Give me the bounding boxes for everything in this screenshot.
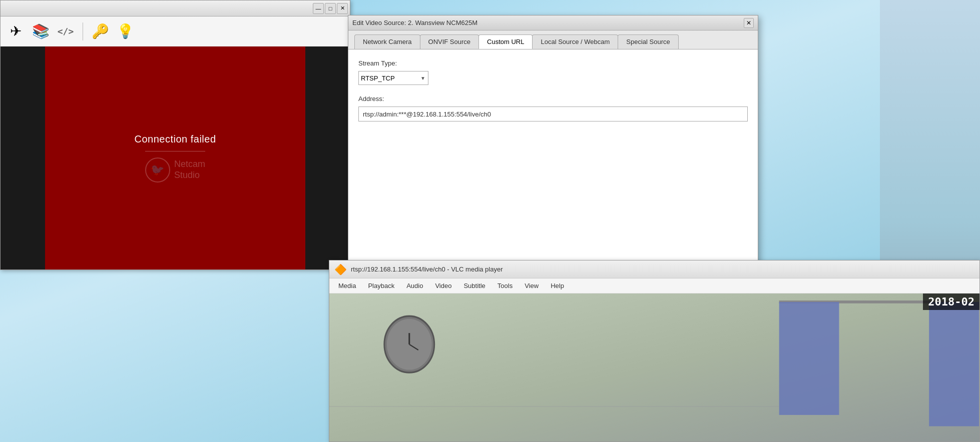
vlc-menu-audio[interactable]: Audio	[401, 280, 428, 292]
toolbar-divider	[83, 22, 83, 40]
dialog-body: Stream Type: RTSP_TCP RTSP_UDP HTTP HTTP…	[348, 50, 758, 264]
tab-onvif-source[interactable]: ONVIF Source	[420, 34, 479, 49]
tab-network-camera[interactable]: Network Camera	[354, 34, 420, 49]
vlc-menu-media[interactable]: Media	[333, 280, 361, 292]
vlc-menu-video[interactable]: Video	[430, 280, 456, 292]
vlc-icon: 🔶	[334, 264, 347, 276]
dialog-titlebar: Edit Video Source: 2. Wansview NCM625M ✕	[348, 16, 758, 30]
stream-type-row: RTSP_TCP RTSP_UDP HTTP HTTPS ▼	[358, 71, 748, 85]
edit-video-source-dialog: Edit Video Source: 2. Wansview NCM625M ✕…	[348, 15, 758, 265]
vlc-menu-subtitle[interactable]: Subtitle	[458, 280, 490, 292]
address-input[interactable]	[358, 106, 748, 122]
stream-type-select[interactable]: RTSP_TCP RTSP_UDP HTTP HTTPS	[358, 71, 428, 85]
dialog-close-button[interactable]: ✕	[744, 18, 754, 28]
vlc-video-area: 2018-02	[329, 294, 979, 442]
maximize-button[interactable]: □	[325, 3, 336, 14]
vlc-title-text: rtsp://192.168.1.155:554/live/ch0 - VLC …	[351, 266, 974, 273]
minimize-button[interactable]: —	[313, 3, 324, 14]
svg-rect-8	[929, 302, 979, 426]
timestamp-overlay: 2018-02	[923, 294, 979, 310]
tab-custom-url[interactable]: Custom URL	[478, 34, 533, 49]
lightbulb-icon[interactable]: 💡	[115, 20, 135, 42]
close-button[interactable]: ✕	[337, 3, 348, 14]
netcam-logo-icon: 🐦	[145, 158, 170, 182]
connection-failed-area: Connection failed 🐦 Netcam Studio	[45, 46, 305, 270]
tab-local-source-webcam[interactable]: Local Source / Webcam	[532, 34, 618, 49]
svg-rect-1	[329, 294, 979, 442]
vlc-titlebar: 🔶 rtsp://192.168.1.155:554/live/ch0 - VL…	[329, 260, 979, 278]
netcam-titlebar: — □ ✕	[1, 0, 350, 16]
stream-type-select-wrapper: RTSP_TCP RTSP_UDP HTTP HTTPS ▼	[358, 71, 428, 85]
netcam-studio-window: — □ ✕ ✈ 📚 </> 🔑 💡 Connection failed 🐦 Ne…	[0, 0, 350, 270]
netcam-logo: 🐦 Netcam Studio	[145, 158, 205, 182]
vlc-menu-tools[interactable]: Tools	[493, 280, 518, 292]
stream-type-label: Stream Type:	[358, 60, 748, 67]
netcam-logo-text: Netcam Studio	[174, 159, 205, 180]
books-icon[interactable]: 📚	[31, 20, 51, 42]
send-icon[interactable]: ✈	[6, 20, 26, 42]
vlc-window: 🔶 rtsp://192.168.1.155:554/live/ch0 - VL…	[329, 260, 980, 442]
address-label: Address:	[358, 95, 748, 102]
svg-rect-7	[779, 302, 839, 415]
connection-failed-text: Connection failed	[134, 134, 216, 145]
tab-special-source[interactable]: Special Source	[618, 34, 678, 49]
vlc-menu-playback[interactable]: Playback	[363, 280, 399, 292]
key-icon[interactable]: 🔑	[90, 20, 110, 42]
netcam-toolbar: ✈ 📚 </> 🔑 💡	[1, 16, 350, 46]
code-icon[interactable]: </>	[56, 20, 76, 42]
room-scene	[329, 294, 979, 442]
dialog-tabs: Network Camera ONVIF Source Custom URL L…	[348, 30, 758, 50]
connection-failed-divider	[145, 151, 205, 152]
vlc-menu-help[interactable]: Help	[546, 280, 569, 292]
netcam-video-area: Connection failed 🐦 Netcam Studio	[1, 46, 350, 270]
vlc-menubar: Media Playback Audio Video Subtitle Tool…	[329, 278, 979, 294]
dialog-title: Edit Video Source: 2. Wansview NCM625M	[352, 19, 477, 26]
camera-preview: 2018-02	[329, 294, 979, 442]
vlc-menu-view[interactable]: View	[520, 280, 544, 292]
